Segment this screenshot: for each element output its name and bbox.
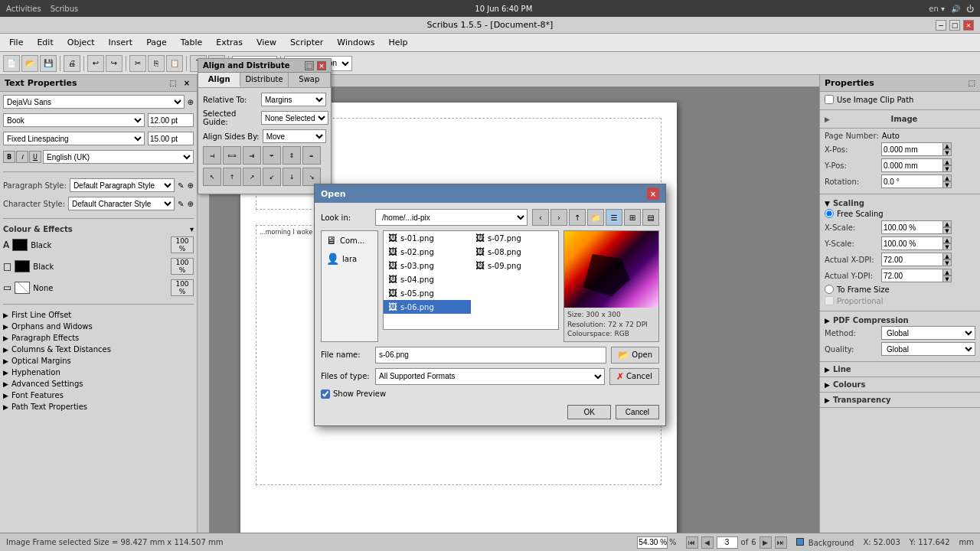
nav-back-btn[interactable]: ‹ <box>532 209 549 226</box>
save-btn[interactable]: 💾 <box>40 55 57 72</box>
app-name[interactable]: Scribus <box>51 5 79 13</box>
font-add-icon[interactable]: ⊕ <box>188 98 194 106</box>
page-last-btn[interactable]: ⏭ <box>775 536 787 549</box>
panel-float-icon[interactable]: ⬚ <box>168 78 178 89</box>
menu-object[interactable]: Object <box>61 36 101 49</box>
align-center-v-btn[interactable]: ⇕ <box>283 146 301 165</box>
rotation-input[interactable] <box>881 174 942 188</box>
orphans-widows-section[interactable]: ▶ Orphans and Widows <box>3 322 194 331</box>
method-select[interactable]: Global <box>881 326 975 340</box>
align-center-h-btn[interactable]: ⟺ <box>223 146 241 165</box>
proportional-checkbox[interactable] <box>825 296 834 305</box>
char-style-select[interactable]: Default Character Style <box>68 197 175 210</box>
file-s09[interactable]: 🖼 s-09.png <box>471 259 558 272</box>
path-text-section[interactable]: ▶ Path Text Properties <box>3 403 194 411</box>
menu-scripter[interactable]: Scripter <box>284 36 329 49</box>
to-frame-size-radio[interactable] <box>825 285 834 294</box>
minimize-btn[interactable]: − <box>936 20 946 31</box>
italic-btn[interactable]: I <box>16 151 28 163</box>
yscale-down[interactable]: ▼ <box>942 243 952 250</box>
ydpi-up[interactable]: ▲ <box>942 269 952 276</box>
ypos-input[interactable] <box>881 158 942 172</box>
colours-section-toggle[interactable]: ▶ Colours <box>825 379 975 390</box>
menu-edit[interactable]: Edit <box>31 36 59 49</box>
para-style-add-icon[interactable]: ⊕ <box>188 181 194 190</box>
para-style-select[interactable]: Default Paragraph Style <box>70 178 175 192</box>
view-icons-btn[interactable]: ▤ <box>642 209 659 226</box>
align-bottom-btn[interactable]: ⫨ <box>302 146 321 165</box>
menu-view[interactable]: View <box>250 36 283 49</box>
undo-btn[interactable]: ↩ <box>87 55 104 72</box>
menu-page[interactable]: Page <box>140 36 173 49</box>
panel-close-icon[interactable]: × <box>181 78 192 89</box>
menu-insert[interactable]: Insert <box>103 36 139 49</box>
ypos-down[interactable]: ▼ <box>942 165 952 172</box>
rotation-up[interactable]: ▲ <box>942 174 952 181</box>
dialog-cancel-btn[interactable]: Cancel <box>616 405 659 419</box>
align-right-btn[interactable]: ⫥ <box>243 146 261 165</box>
scaling-section-toggle[interactable]: ▼ Scaling <box>825 197 975 209</box>
bold-btn[interactable]: B <box>3 151 15 163</box>
redo-btn[interactable]: ↪ <box>106 55 122 72</box>
file-s04[interactable]: 🖼 s-04.png <box>384 272 471 286</box>
linespace-input[interactable] <box>148 132 194 145</box>
zoom-input[interactable] <box>637 536 668 549</box>
xpos-down[interactable]: ▼ <box>942 149 952 156</box>
yscale-up[interactable]: ▲ <box>942 236 952 243</box>
hyphenation-section[interactable]: ▶ Hyphenation <box>3 368 194 377</box>
page-first-btn[interactable]: ⏮ <box>686 536 698 549</box>
filetype-select[interactable]: All Supported Formats <box>375 368 605 385</box>
align-top-btn[interactable]: ⫧ <box>263 146 281 165</box>
lang-select[interactable]: English (UK) <box>43 150 194 164</box>
optical-margins-section[interactable]: ▶ Optical Margins <box>3 357 194 365</box>
view-list-btn[interactable]: ☰ <box>606 209 622 226</box>
show-preview-checkbox[interactable] <box>321 390 330 399</box>
file-s07[interactable]: 🖼 s-07.png <box>471 231 558 245</box>
dialog-close-btn[interactable]: × <box>647 187 659 200</box>
nav-up-btn[interactable]: ↑ <box>569 209 586 226</box>
bg-color-swatch[interactable] <box>15 282 30 294</box>
align-panel-close-icon[interactable]: × <box>317 61 326 70</box>
first-line-offset-section[interactable]: ▶ First Line Offset <box>3 311 194 319</box>
transparency-section-toggle[interactable]: ▶ Transparency <box>825 394 975 406</box>
advanced-settings-section[interactable]: ▶ Advanced Settings <box>3 380 194 388</box>
nav-forward-btn[interactable]: › <box>550 209 567 226</box>
file-s02[interactable]: 🖼 s-02.png <box>384 245 471 259</box>
align-tc-btn[interactable]: ↑ <box>223 168 241 186</box>
ypos-up[interactable]: ▲ <box>942 158 952 165</box>
maximize-btn[interactable]: □ <box>949 20 960 31</box>
align-left-btn[interactable]: ⫤ <box>203 146 221 165</box>
ok-button[interactable]: OK <box>567 405 610 419</box>
new-btn[interactable]: 📄 <box>3 55 20 72</box>
char-style-edit-icon[interactable]: ✎ <box>178 200 184 208</box>
linespace-select[interactable]: Fixed Linespacing <box>3 132 145 145</box>
tab-distribute[interactable]: Distribute <box>240 73 288 87</box>
quality-select[interactable]: Global <box>881 342 975 356</box>
xdpi-up[interactable]: ▲ <box>942 253 952 259</box>
xdpi-input[interactable] <box>881 253 942 266</box>
char-style-add-icon[interactable]: ⊕ <box>188 200 194 208</box>
cancel-button[interactable]: ✗ Cancel <box>609 368 659 385</box>
file-list[interactable]: 🖼 s-01.png 🖼 s-07.png 🖼 s-02.png 🖼 s-08.… <box>383 230 559 330</box>
volume-icon[interactable]: 🔊 <box>951 5 960 13</box>
pdf-compression-toggle[interactable]: ▶ PDF Compression <box>825 315 975 326</box>
ydpi-down[interactable]: ▼ <box>942 276 952 282</box>
image-section-toggle[interactable]: ▶ Image <box>825 113 975 125</box>
menu-help[interactable]: Help <box>382 36 413 49</box>
menu-file[interactable]: File <box>3 36 29 49</box>
align-tl-btn[interactable]: ↖ <box>203 168 221 186</box>
close-btn[interactable]: × <box>963 20 974 31</box>
align-bl-btn[interactable]: ↙ <box>263 168 281 186</box>
file-s06[interactable]: 🖼 s-06.png <box>384 300 471 314</box>
rotation-down[interactable]: ▼ <box>942 181 952 188</box>
selected-guide-select[interactable]: None Selected <box>261 111 328 125</box>
menu-extras[interactable]: Extras <box>210 36 249 49</box>
file-s08[interactable]: 🖼 s-08.png <box>471 245 558 259</box>
copy-btn[interactable]: ⎘ <box>148 55 165 72</box>
font-features-section[interactable]: ▶ Font Features <box>3 391 194 399</box>
open-btn[interactable]: 📂 <box>21 55 38 72</box>
view-details-btn[interactable]: ⊞ <box>624 209 641 226</box>
sidebar-home-item[interactable]: 👤 lara <box>322 249 377 268</box>
menu-windows[interactable]: Windows <box>331 36 381 49</box>
font-size-input[interactable] <box>148 113 194 127</box>
